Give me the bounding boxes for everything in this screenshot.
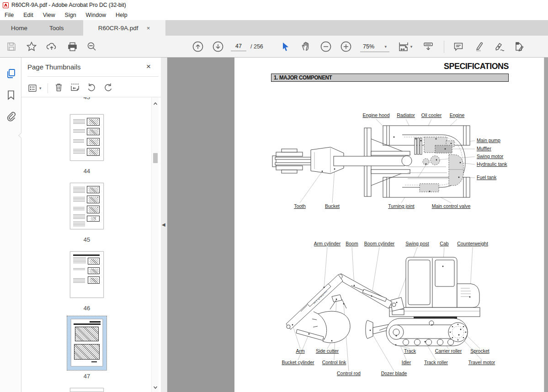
tab-document[interactable]: R60CR-9A.pdf × bbox=[83, 20, 165, 36]
label-track: Track bbox=[404, 348, 416, 354]
top-view-diagram: Engine hood Radiator Oil cooler Engine M… bbox=[265, 109, 521, 214]
thumbnail-page-46[interactable] bbox=[70, 251, 104, 298]
star-icon bbox=[26, 41, 37, 52]
thumbnail-label-44[interactable]: 44 bbox=[70, 168, 104, 175]
thumbnail-label-43: 43 bbox=[70, 97, 104, 100]
print-button[interactable] bbox=[65, 40, 79, 53]
fit-width-button[interactable]: ▾ bbox=[396, 40, 414, 53]
main-toolbar: / 256 75% ▾ ▾ bbox=[0, 36, 548, 58]
thumbnail-page-44[interactable] bbox=[70, 114, 104, 161]
label-fuel-tank: Fuel tank bbox=[477, 175, 497, 180]
options-icon bbox=[27, 83, 37, 93]
panel-toolbar: ▾ bbox=[27, 80, 159, 96]
share-button[interactable] bbox=[45, 40, 59, 53]
thumbnail-page-47[interactable] bbox=[71, 319, 103, 366]
comment-button[interactable] bbox=[452, 40, 465, 53]
delete-pages-button[interactable] bbox=[54, 82, 64, 94]
select-tool-button[interactable] bbox=[279, 40, 293, 53]
page-number-input[interactable] bbox=[231, 42, 246, 51]
zoom-out-button[interactable] bbox=[319, 40, 333, 53]
side-view-diagram: HYUNDAI bbox=[274, 240, 498, 381]
page-header: SPECIFICATIONS bbox=[444, 61, 509, 71]
thumbnail-label-46[interactable]: 46 bbox=[70, 305, 104, 312]
rotate-counterclockwise-button[interactable] bbox=[86, 82, 97, 94]
extract-pages-button[interactable] bbox=[69, 82, 80, 94]
panel-divider bbox=[27, 76, 159, 77]
label-carrier-roller: Carrier roller bbox=[435, 348, 462, 354]
panel-close-button[interactable]: × bbox=[146, 62, 151, 71]
scroll-down-icon[interactable] bbox=[153, 384, 158, 389]
label-main-control-valve: Main control valve bbox=[432, 203, 471, 209]
printer-icon bbox=[67, 42, 78, 52]
thumbnail-page-45[interactable] bbox=[70, 183, 104, 229]
page-down-icon bbox=[212, 41, 224, 53]
label-side-cutter: Side cutter bbox=[316, 348, 339, 354]
tab-home[interactable]: Home bbox=[0, 20, 38, 36]
tab-tools[interactable]: Tools bbox=[38, 20, 75, 36]
label-boom-cylinder: Boom cylinder bbox=[364, 241, 395, 246]
save-button[interactable] bbox=[5, 40, 18, 53]
label-oil-cooler: Oil cooler bbox=[421, 112, 442, 118]
thumbnail-page-48-partial[interactable] bbox=[70, 388, 104, 392]
paperclip-icon bbox=[5, 111, 16, 122]
label-cab: Cab bbox=[440, 241, 448, 246]
cloud-upload-icon bbox=[46, 41, 57, 52]
previous-page-button[interactable] bbox=[191, 40, 205, 53]
window-title: R60CR-9A.pdf - Adobe Acrobat Pro DC (32-… bbox=[11, 2, 126, 8]
thumbnail-options-button[interactable]: ▾ bbox=[27, 83, 42, 93]
thumbnail-label-47[interactable]: 47 bbox=[70, 373, 104, 380]
bookmark-icon bbox=[6, 90, 16, 101]
thumbnail-scrollbar[interactable] bbox=[151, 97, 159, 392]
zoom-level-dropdown[interactable]: 75% ▾ bbox=[360, 42, 389, 52]
acrobat-logo-icon bbox=[3, 2, 9, 8]
star-button[interactable] bbox=[25, 40, 38, 53]
zoom-level-value: 75% bbox=[363, 43, 374, 50]
document-scrollbar[interactable] bbox=[544, 58, 548, 392]
search-zoom-icon bbox=[86, 41, 97, 52]
rotate-clockwise-button[interactable] bbox=[103, 82, 113, 94]
fit-caret-icon: ▾ bbox=[410, 44, 413, 49]
label-main-pump: Main pump bbox=[477, 138, 500, 143]
scrollbar-thumb[interactable] bbox=[153, 153, 158, 163]
menu-window[interactable]: Window bbox=[86, 12, 106, 18]
label-engine-hood: Engine hood bbox=[363, 112, 390, 118]
attachments-panel-button[interactable] bbox=[5, 110, 17, 122]
label-radiator: Radiator bbox=[397, 112, 415, 118]
page-count-total: 256 bbox=[254, 43, 263, 50]
extract-pages-icon bbox=[69, 82, 80, 92]
menu-edit[interactable]: Edit bbox=[23, 12, 33, 18]
panel-toolbar-divider bbox=[48, 83, 48, 93]
next-page-button[interactable] bbox=[211, 40, 225, 53]
menu-sign[interactable]: Sign bbox=[65, 12, 76, 18]
sign-button[interactable] bbox=[492, 40, 506, 53]
zoom-in-button[interactable] bbox=[339, 40, 353, 53]
select-arrow-icon bbox=[281, 42, 291, 52]
hand-tool-button[interactable] bbox=[299, 40, 313, 53]
label-arm: Arm bbox=[296, 348, 305, 354]
zoom-caret-icon: ▾ bbox=[384, 44, 387, 49]
toolbar-divider bbox=[444, 41, 444, 53]
menu-view[interactable]: View bbox=[43, 12, 55, 18]
hand-icon bbox=[300, 41, 311, 52]
menu-bar: File Edit View Sign Window Help bbox=[0, 10, 548, 20]
page-thumbnails-panel-button[interactable] bbox=[5, 68, 17, 79]
scrolling-mode-button[interactable] bbox=[421, 40, 435, 53]
highlight-button[interactable] bbox=[472, 40, 486, 53]
search-button[interactable] bbox=[85, 40, 99, 53]
acrobat-window: R60CR-9A.pdf - Adobe Acrobat Pro DC (32-… bbox=[0, 0, 548, 392]
trash-icon bbox=[54, 82, 64, 92]
thumbnail-label-45[interactable]: 45 bbox=[70, 236, 104, 243]
panel-collapse-strip[interactable]: ◀ bbox=[161, 58, 167, 392]
page-thumbnails-panel: Page Thumbnails × ▾ 43 bbox=[21, 58, 161, 392]
label-hydraulic-tank: Hydraulic tank bbox=[477, 161, 507, 167]
bookmarks-panel-button[interactable] bbox=[5, 89, 17, 101]
label-travel-motor: Travel motor bbox=[468, 360, 495, 365]
tab-close-icon[interactable]: × bbox=[147, 25, 150, 32]
collapse-panel-icon[interactable]: ◀ bbox=[162, 222, 165, 227]
menu-file[interactable]: File bbox=[5, 12, 14, 18]
tab-bar: Home Tools R60CR-9A.pdf × bbox=[0, 20, 548, 36]
menu-help[interactable]: Help bbox=[116, 12, 128, 18]
scroll-up-icon[interactable] bbox=[153, 100, 158, 106]
fill-sign-button[interactable] bbox=[512, 40, 526, 53]
page-number-box bbox=[231, 42, 247, 52]
